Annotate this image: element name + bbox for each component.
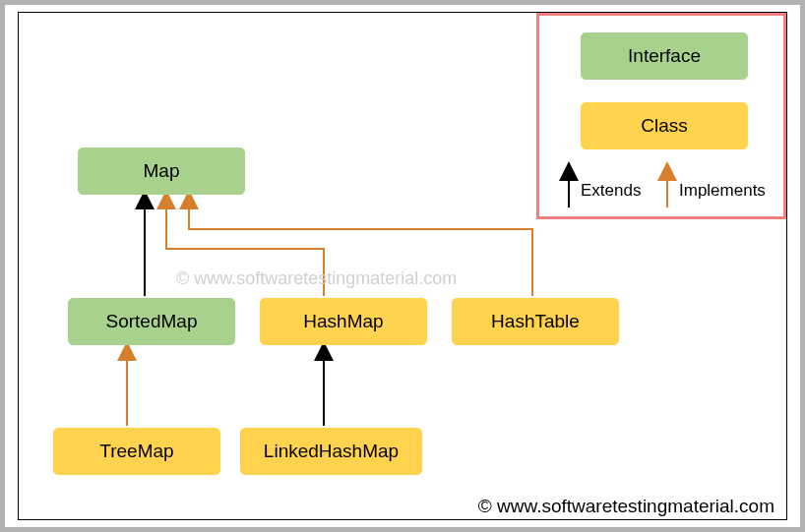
node-linkedhashmap: LinkedHashMap: [240, 428, 422, 475]
node-map-label: Map: [144, 160, 180, 181]
node-hashmap-label: HashMap: [303, 311, 383, 331]
legend-extends-label: Extends: [581, 181, 641, 201]
legend-box: Interface Class Extends Implements: [536, 13, 786, 219]
node-map: Map: [78, 148, 245, 195]
legend-implements-label: Implements: [679, 181, 766, 201]
diagram-frame: Map SortedMap HashMap HashTable TreeMap …: [18, 12, 787, 520]
node-hashmap: HashMap: [260, 298, 427, 345]
node-sortedmap: SortedMap: [68, 298, 235, 345]
node-hashtable-label: HashTable: [491, 311, 580, 331]
edge-hashtable-to-map: [189, 194, 532, 296]
node-treemap: TreeMap: [53, 428, 220, 475]
legend-class-box: Class: [581, 102, 748, 149]
node-hashtable: HashTable: [452, 298, 619, 345]
legend-interface-box: Interface: [581, 32, 748, 80]
copyright-text: © www.softwaretestingmaterial.com: [478, 496, 774, 517]
watermark-text: © www.softwaretestingmaterial.com: [176, 268, 457, 289]
node-treemap-label: TreeMap: [99, 441, 173, 461]
edge-hashmap-to-map: [166, 194, 324, 296]
legend-class-label: Class: [641, 115, 688, 136]
legend-interface-label: Interface: [628, 45, 701, 66]
outer-border: Map SortedMap HashMap HashTable TreeMap …: [0, 0, 805, 532]
node-linkedhashmap-label: LinkedHashMap: [264, 441, 399, 461]
node-sortedmap-label: SortedMap: [106, 311, 198, 331]
